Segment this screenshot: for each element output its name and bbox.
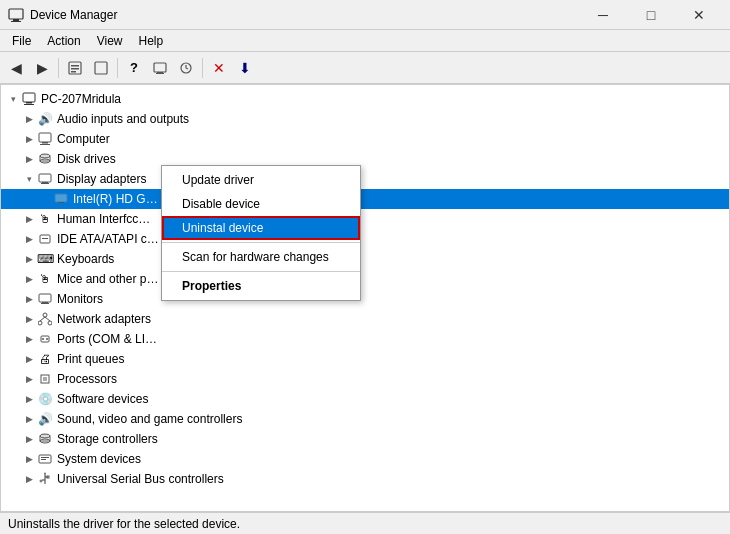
computer-device-icon [37, 131, 53, 147]
keyboard-icon: ⌨ [37, 251, 53, 267]
tree-item-processors[interactable]: ▶ Processors [1, 369, 729, 389]
svg-rect-29 [42, 302, 48, 303]
software-expander[interactable]: ▶ [21, 391, 37, 407]
window-controls: ─ □ ✕ [580, 0, 722, 30]
root-expander[interactable]: ▾ [5, 91, 21, 107]
tree-item-mice[interactable]: ▶ 🖱 Mice and other p… [1, 269, 729, 289]
tree-item-ports[interactable]: ▶ Ports (COM & LI… [1, 329, 729, 349]
mice-expander[interactable]: ▶ [21, 271, 37, 287]
svg-marker-52 [44, 472, 46, 474]
tree-item-intel[interactable]: Intel(R) HD G… [1, 189, 729, 209]
system-expander[interactable]: ▶ [21, 451, 37, 467]
ctx-disable-device[interactable]: Disable device [162, 192, 360, 216]
hid-icon: 🖱 [37, 211, 53, 227]
software-icon: 💿 [37, 391, 53, 407]
ctx-scan-changes[interactable]: Scan for hardware changes [162, 245, 360, 269]
forward-button[interactable]: ▶ [30, 56, 54, 80]
close-button[interactable]: ✕ [676, 0, 722, 30]
tree-item-disk[interactable]: ▶ Disk drives [1, 149, 729, 169]
svg-rect-1 [13, 19, 19, 21]
root-label: PC-207Mridula [41, 92, 121, 106]
tree-view[interactable]: ▾ PC-207Mridula ▶ 🔊 Audio inputs and out… [1, 85, 729, 511]
minimize-button[interactable]: ─ [580, 0, 626, 30]
ide-expander[interactable]: ▶ [21, 231, 37, 247]
tree-item-keyboard[interactable]: ▶ ⌨ Keyboards [1, 249, 729, 269]
help-button[interactable]: ? [122, 56, 146, 80]
display-icon [37, 171, 53, 187]
audio-expander[interactable]: ▶ [21, 111, 37, 127]
network-expander[interactable]: ▶ [21, 311, 37, 327]
ctx-separator [162, 242, 360, 243]
tree-item-network[interactable]: ▶ Network adapters [1, 309, 729, 329]
display-expander[interactable]: ▾ [21, 171, 37, 187]
tree-item-usb[interactable]: ▶ Universal Serial Bus controllers [1, 469, 729, 489]
main-content: ▾ PC-207Mridula ▶ 🔊 Audio inputs and out… [0, 84, 730, 512]
ctx-uninstall-device[interactable]: Uninstal device [162, 216, 360, 240]
menu-view[interactable]: View [89, 32, 131, 50]
processors-expander[interactable]: ▶ [21, 371, 37, 387]
tree-item-monitors[interactable]: ▶ Monitors [1, 289, 729, 309]
tree-item-print[interactable]: ▶ 🖨 Print queues [1, 349, 729, 369]
ctx-update-driver[interactable]: Update driver [162, 168, 360, 192]
tree-item-display[interactable]: ▾ Display adapters [1, 169, 729, 189]
toolbar-btn-4[interactable] [89, 56, 113, 80]
scan-button[interactable] [174, 56, 198, 80]
tree-item-ide[interactable]: ▶ IDE ATA/ATAPI c… [1, 229, 729, 249]
hid-label: Human Interfcc… [57, 212, 150, 226]
ctx-properties[interactable]: Properties [162, 274, 360, 298]
svg-rect-14 [24, 104, 34, 105]
svg-point-51 [40, 480, 42, 482]
system-label: System devices [57, 452, 141, 466]
hid-expander[interactable]: ▶ [21, 211, 37, 227]
sound-expander[interactable]: ▶ [21, 411, 37, 427]
tree-item-computer[interactable]: ▶ Computer [1, 129, 729, 149]
computer-expander[interactable]: ▶ [21, 131, 37, 147]
menu-bar: File Action View Help [0, 30, 730, 52]
toolbar-btn-6[interactable] [148, 56, 172, 80]
svg-rect-27 [42, 238, 48, 239]
monitors-expander[interactable]: ▶ [21, 291, 37, 307]
svg-rect-10 [156, 73, 164, 74]
svg-rect-12 [23, 93, 35, 102]
svg-rect-4 [71, 65, 79, 67]
svg-rect-0 [9, 9, 23, 19]
toolbar-sep-3 [202, 58, 203, 78]
menu-action[interactable]: Action [39, 32, 88, 50]
svg-point-33 [48, 321, 52, 325]
status-bar: Uninstalls the driver for the selected d… [0, 512, 730, 534]
tree-item-software[interactable]: ▶ 💿 Software devices [1, 389, 729, 409]
usb-label: Universal Serial Bus controllers [57, 472, 224, 486]
tree-item-storage[interactable]: ▶ Storage controllers [1, 429, 729, 449]
tree-item-sound[interactable]: ▶ 🔊 Sound, video and game controllers [1, 409, 729, 429]
tree-item-audio[interactable]: ▶ 🔊 Audio inputs and outputs [1, 109, 729, 129]
tree-item-system[interactable]: ▶ System devices [1, 449, 729, 469]
menu-file[interactable]: File [4, 32, 39, 50]
software-label: Software devices [57, 392, 148, 406]
maximize-button[interactable]: □ [628, 0, 674, 30]
keyboard-expander[interactable]: ▶ [21, 251, 37, 267]
toolbar-btn-3[interactable] [63, 56, 87, 80]
print-expander[interactable]: ▶ [21, 351, 37, 367]
storage-expander[interactable]: ▶ [21, 431, 37, 447]
ctx-separator-2 [162, 271, 360, 272]
mice-label: Mice and other p… [57, 272, 158, 286]
back-button[interactable]: ◀ [4, 56, 28, 80]
svg-rect-6 [71, 71, 76, 73]
update-button[interactable]: ⬇ [233, 56, 257, 80]
remove-button[interactable]: ✕ [207, 56, 231, 80]
menu-help[interactable]: Help [131, 32, 172, 50]
processors-label: Processors [57, 372, 117, 386]
title-bar: Device Manager ─ □ ✕ [0, 0, 730, 30]
storage-label: Storage controllers [57, 432, 158, 446]
tree-root[interactable]: ▾ PC-207Mridula [1, 89, 729, 109]
svg-rect-23 [41, 183, 49, 184]
svg-point-37 [42, 338, 44, 340]
svg-point-31 [43, 313, 47, 317]
ports-expander[interactable]: ▶ [21, 331, 37, 347]
svg-rect-28 [39, 294, 51, 302]
ports-icon [37, 331, 53, 347]
tree-item-hid[interactable]: ▶ 🖱 Human Interfcc… [1, 209, 729, 229]
disk-expander[interactable]: ▶ [21, 151, 37, 167]
status-text: Uninstalls the driver for the selected d… [8, 517, 240, 531]
usb-expander[interactable]: ▶ [21, 471, 37, 487]
